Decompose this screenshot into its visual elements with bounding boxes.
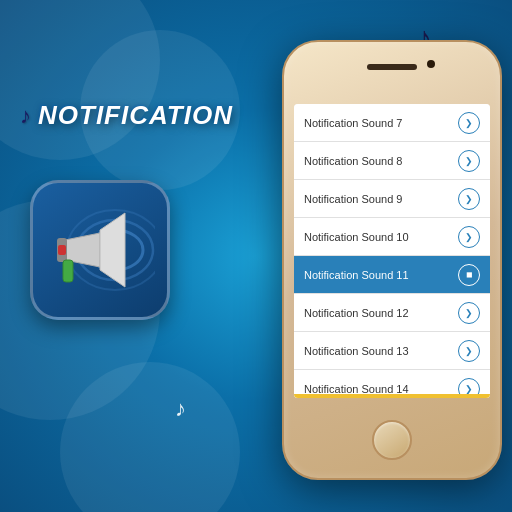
phone-screen: Notification Sound 7❯Notification Sound … — [294, 104, 490, 398]
sound-item-8[interactable]: Notification Sound 8❯ — [294, 142, 490, 180]
sound-item-7[interactable]: Notification Sound 7❯ — [294, 104, 490, 142]
svg-rect-7 — [63, 260, 73, 282]
yellow-bar-decoration — [294, 394, 490, 398]
sound-controls-9: ❯ — [458, 188, 480, 210]
stop-button-11[interactable]: ◼ — [458, 264, 480, 286]
sound-label-8: Notification Sound 8 — [304, 155, 402, 167]
title-text: NOTIFICATION — [38, 100, 233, 131]
play-button-13[interactable]: ❯ — [458, 340, 480, 362]
play-button-10[interactable]: ❯ — [458, 226, 480, 248]
megaphone-box — [30, 180, 170, 320]
phone-home-button[interactable] — [372, 420, 412, 460]
sound-controls-8: ❯ — [458, 150, 480, 172]
sound-controls-10: ❯ — [458, 226, 480, 248]
music-note-title-icon: ♪ — [20, 103, 32, 129]
sound-controls-13: ❯ — [458, 340, 480, 362]
phone-frame: Notification Sound 7❯Notification Sound … — [282, 40, 502, 480]
play-button-8[interactable]: ❯ — [458, 150, 480, 172]
sound-controls-7: ❯ — [458, 112, 480, 134]
sound-label-11: Notification Sound 11 — [304, 269, 409, 281]
megaphone-icon — [45, 195, 155, 305]
sound-item-9[interactable]: Notification Sound 9❯ — [294, 180, 490, 218]
sound-label-12: Notification Sound 12 — [304, 307, 409, 319]
sound-label-9: Notification Sound 9 — [304, 193, 402, 205]
sound-label-14: Notification Sound 14 — [304, 383, 409, 395]
play-button-9[interactable]: ❯ — [458, 188, 480, 210]
sound-list: Notification Sound 7❯Notification Sound … — [294, 104, 490, 398]
play-button-12[interactable]: ❯ — [458, 302, 480, 324]
sound-controls-11: ◼ — [458, 264, 480, 286]
svg-rect-6 — [58, 245, 66, 255]
svg-marker-4 — [100, 213, 125, 287]
sound-label-13: Notification Sound 13 — [304, 345, 409, 357]
music-note-bottom-icon: ♪ — [175, 396, 186, 422]
sound-label-10: Notification Sound 10 — [304, 231, 409, 243]
app-title: ♪ NOTIFICATION — [20, 100, 233, 131]
sound-item-11[interactable]: Notification Sound 11◼ — [294, 256, 490, 294]
phone-camera — [427, 60, 435, 68]
play-button-7[interactable]: ❯ — [458, 112, 480, 134]
sound-label-7: Notification Sound 7 — [304, 117, 402, 129]
sound-controls-12: ❯ — [458, 302, 480, 324]
sound-item-10[interactable]: Notification Sound 10❯ — [294, 218, 490, 256]
sound-item-12[interactable]: Notification Sound 12❯ — [294, 294, 490, 332]
sound-item-13[interactable]: Notification Sound 13❯ — [294, 332, 490, 370]
phone-speaker — [367, 64, 417, 70]
